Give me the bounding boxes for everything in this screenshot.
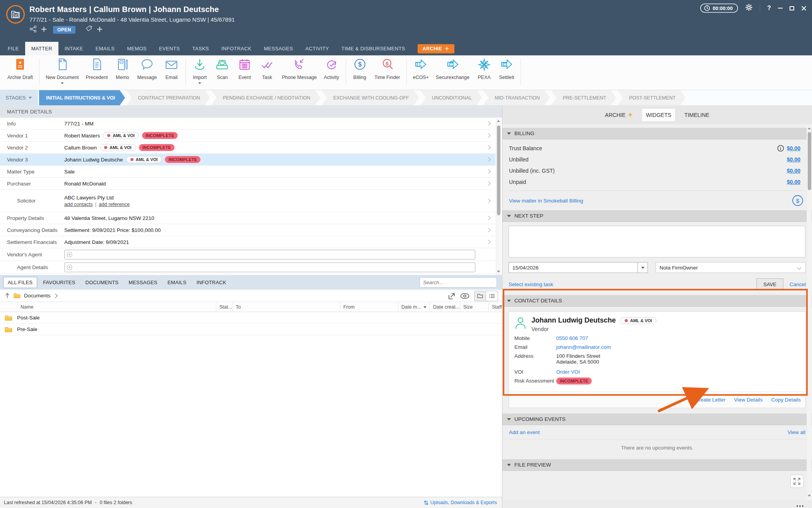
phone-message-button[interactable]: Phone Message xyxy=(278,58,320,81)
menu-events[interactable]: EVENTS xyxy=(153,42,186,55)
unbilled-gst-link[interactable]: $0.00 xyxy=(787,168,800,174)
folder-row[interactable]: Post-Sale xyxy=(0,312,502,324)
column-name[interactable]: Name xyxy=(17,302,216,312)
tab-widgets[interactable]: WIDGETS xyxy=(642,109,675,121)
archie-draft-button[interactable]: Archie Draft xyxy=(4,58,36,81)
billing-dollar-icon[interactable]: $ xyxy=(792,195,803,206)
stage-contract-preparation[interactable]: CONTRACT PREPARATION xyxy=(126,90,210,105)
tab-documents[interactable]: DOCUMENTS xyxy=(81,277,123,288)
column-staff[interactable]: Staff xyxy=(488,302,502,312)
scan-button[interactable]: Scan xyxy=(211,58,233,81)
stage-post-settlement[interactable]: POST-SETTLEMENT xyxy=(617,90,685,105)
select-existing-task-link[interactable]: Select existing task xyxy=(509,281,553,287)
precedent-button[interactable]: Precedent xyxy=(82,58,111,81)
event-button[interactable]: Event xyxy=(233,58,256,81)
menu-infotrack[interactable]: INFOTRACK xyxy=(215,42,258,55)
matter-scrollbar[interactable] xyxy=(496,118,501,275)
file-preview-section-header[interactable]: FILE PREVIEW xyxy=(502,459,812,471)
tab-emails[interactable]: EMAILS xyxy=(163,277,191,288)
order-voi-link[interactable]: Order VOI xyxy=(556,369,800,375)
column-status[interactable]: Stat... xyxy=(216,302,232,312)
table-row[interactable]: Vendor 1 Robert Masters AML & VOI INCOMP… xyxy=(0,130,495,142)
next-step-date-select[interactable]: 15/04/2026 xyxy=(509,262,648,273)
column-date-modified[interactable]: Date m... xyxy=(398,302,430,312)
table-row[interactable]: Solicitor ABC Lawyers Pty Ltd add contac… xyxy=(0,190,495,212)
settings-gear-icon[interactable] xyxy=(745,3,753,13)
smokeball-billing-link[interactable]: View matter in Smokeball Billing xyxy=(509,198,583,204)
stage-pre-settlement[interactable]: PRE-SETTLEMENT xyxy=(551,90,617,105)
breadcrumb[interactable]: Documents xyxy=(24,293,50,299)
vendors-agent-input[interactable] xyxy=(64,250,475,259)
add-related-matter-button[interactable] xyxy=(41,26,47,34)
view-all-events-link[interactable]: View all xyxy=(788,429,805,435)
menu-matter[interactable]: MATTER xyxy=(25,42,58,55)
search-input[interactable] xyxy=(423,280,492,285)
create-letter-link[interactable]: Create Letter xyxy=(695,397,726,403)
stage-mid-transaction[interactable]: MID-TRANSACTION xyxy=(483,90,550,105)
stage-initial-instructions[interactable]: INITIAL INSTRUCTIONS & VOI xyxy=(39,90,125,105)
table-row-selected[interactable]: Vendor 3 Johann Ludwig Deutsche AML & VO… xyxy=(0,154,495,166)
tab-favourites[interactable]: FAVOURITES xyxy=(39,277,79,288)
tab-infotrack[interactable]: INFOTRACK xyxy=(192,277,231,288)
share-icon[interactable] xyxy=(29,26,37,34)
new-document-button[interactable]: New Document xyxy=(42,58,82,84)
time-finder-button[interactable]: $ Time Finder xyxy=(371,58,404,81)
menu-tasks[interactable]: TASKS xyxy=(186,42,215,55)
table-row[interactable]: Settlement Financials Adjustment Date: 9… xyxy=(0,236,495,248)
scroll-up-icon[interactable] xyxy=(497,120,500,122)
info-icon[interactable]: i xyxy=(777,145,784,152)
unbilled-link[interactable]: $0.00 xyxy=(787,156,800,163)
stage-pending-exchange[interactable]: PENDING EXCHANGE / NEGOTIATION xyxy=(211,90,320,105)
column-from[interactable]: From xyxy=(340,302,398,312)
task-button[interactable]: Task xyxy=(256,58,278,81)
table-row[interactable]: Purchaser Ronald McDonald xyxy=(0,178,495,190)
scrollbar-thumb[interactable] xyxy=(497,125,500,215)
import-button[interactable]: Import xyxy=(188,58,211,84)
matter-status-badge[interactable]: OPEN xyxy=(53,26,75,34)
unpaid-link[interactable]: $0.00 xyxy=(787,179,800,185)
pexa-button[interactable]: PEXA xyxy=(473,58,495,81)
stage-unconditional[interactable]: UNCONDITIONAL xyxy=(420,90,482,105)
save-button[interactable]: SAVE xyxy=(756,278,783,290)
settleit-button[interactable]: SettleIt xyxy=(495,58,518,81)
column-size[interactable]: Size xyxy=(460,302,488,312)
stage-exchange-cooling-off[interactable]: EXCHANGE WITH COOLING-OFF xyxy=(322,90,419,105)
folder-row[interactable]: Pre-Sale xyxy=(0,324,502,335)
billing-section-header[interactable]: BILLING xyxy=(502,128,812,139)
close-button[interactable] xyxy=(801,5,807,11)
tab-archie[interactable]: ARCHIE xyxy=(601,109,637,121)
tab-messages[interactable]: MESSAGES xyxy=(124,277,162,288)
column-to[interactable]: To xyxy=(232,302,340,312)
view-details-link[interactable]: View Details xyxy=(734,397,762,403)
email-button[interactable]: Email xyxy=(160,58,183,81)
agent-details-input[interactable] xyxy=(64,263,475,272)
tab-timeline[interactable]: TIMELINE xyxy=(680,109,713,121)
securexchange-button[interactable]: Securexchange xyxy=(432,58,473,81)
upcoming-events-section-header[interactable]: UPCOMING EVENTS xyxy=(502,414,812,425)
up-arrow-icon[interactable] xyxy=(5,293,10,299)
more-options-icon[interactable] xyxy=(797,505,803,507)
scroll-up-icon[interactable] xyxy=(808,127,811,129)
open-external-icon[interactable] xyxy=(448,292,456,300)
table-row[interactable]: Property Details 48 Valentia Street, Lug… xyxy=(0,212,495,224)
next-step-input[interactable] xyxy=(509,226,805,257)
panel-scrollbar[interactable] xyxy=(807,126,812,500)
activity-button[interactable]: Activity xyxy=(320,58,343,81)
billing-button[interactable]: $ Billing xyxy=(349,58,371,81)
folder-view-button[interactable] xyxy=(475,291,486,301)
menu-emails[interactable]: EMAILS xyxy=(89,42,121,55)
table-row[interactable]: Info 777/21 - MM xyxy=(0,118,495,130)
column-date-created[interactable]: Date creat... xyxy=(430,302,460,312)
next-step-section-header[interactable]: NEXT STEP xyxy=(502,210,812,222)
add-tag-button[interactable] xyxy=(97,26,103,34)
message-button[interactable]: Message xyxy=(134,58,160,81)
date-dropdown-button[interactable] xyxy=(637,263,648,273)
trust-balance-link[interactable]: $0.00 xyxy=(787,145,800,151)
minimize-button[interactable] xyxy=(778,8,783,9)
add-reference-link[interactable]: add reference xyxy=(99,201,130,207)
table-row[interactable]: Matter Type Sale xyxy=(0,166,495,178)
help-button[interactable]: ? xyxy=(767,5,771,12)
add-contacts-link[interactable]: add contacts xyxy=(64,201,93,207)
tab-all-files[interactable]: ALL FILES xyxy=(3,277,37,288)
menu-activity[interactable]: ACTIVITY xyxy=(299,42,335,55)
